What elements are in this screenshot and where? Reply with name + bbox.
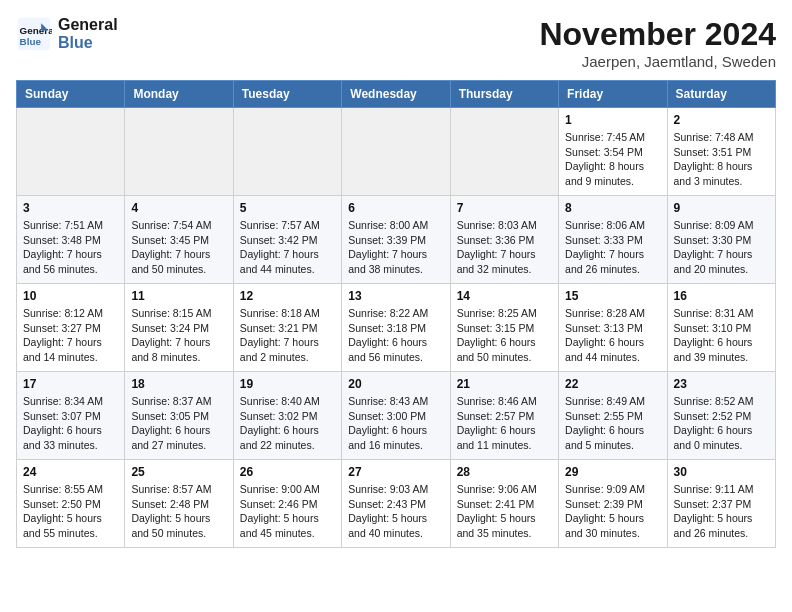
week-row-5: 24Sunrise: 8:55 AMSunset: 2:50 PMDayligh… [17, 460, 776, 548]
day-number: 26 [240, 465, 335, 479]
svg-text:General: General [20, 25, 52, 36]
day-number: 18 [131, 377, 226, 391]
calendar-cell: 22Sunrise: 8:49 AMSunset: 2:55 PMDayligh… [559, 372, 667, 460]
day-number: 13 [348, 289, 443, 303]
day-info: Sunrise: 9:09 AMSunset: 2:39 PMDaylight:… [565, 482, 660, 541]
day-number: 19 [240, 377, 335, 391]
calendar-cell: 19Sunrise: 8:40 AMSunset: 3:02 PMDayligh… [233, 372, 341, 460]
calendar-cell: 4Sunrise: 7:54 AMSunset: 3:45 PMDaylight… [125, 196, 233, 284]
day-number: 7 [457, 201, 552, 215]
calendar-cell: 24Sunrise: 8:55 AMSunset: 2:50 PMDayligh… [17, 460, 125, 548]
day-number: 6 [348, 201, 443, 215]
day-info: Sunrise: 9:06 AMSunset: 2:41 PMDaylight:… [457, 482, 552, 541]
calendar-cell [17, 108, 125, 196]
day-info: Sunrise: 8:22 AMSunset: 3:18 PMDaylight:… [348, 306, 443, 365]
calendar-cell [450, 108, 558, 196]
day-number: 25 [131, 465, 226, 479]
day-number: 1 [565, 113, 660, 127]
weekday-header-tuesday: Tuesday [233, 81, 341, 108]
calendar-cell: 15Sunrise: 8:28 AMSunset: 3:13 PMDayligh… [559, 284, 667, 372]
calendar-cell: 14Sunrise: 8:25 AMSunset: 3:15 PMDayligh… [450, 284, 558, 372]
day-info: Sunrise: 8:46 AMSunset: 2:57 PMDaylight:… [457, 394, 552, 453]
day-number: 21 [457, 377, 552, 391]
calendar: SundayMondayTuesdayWednesdayThursdayFrid… [16, 80, 776, 548]
day-info: Sunrise: 7:54 AMSunset: 3:45 PMDaylight:… [131, 218, 226, 277]
day-info: Sunrise: 8:37 AMSunset: 3:05 PMDaylight:… [131, 394, 226, 453]
day-info: Sunrise: 9:11 AMSunset: 2:37 PMDaylight:… [674, 482, 769, 541]
calendar-header: SundayMondayTuesdayWednesdayThursdayFrid… [17, 81, 776, 108]
day-number: 15 [565, 289, 660, 303]
day-number: 22 [565, 377, 660, 391]
calendar-cell: 9Sunrise: 8:09 AMSunset: 3:30 PMDaylight… [667, 196, 775, 284]
day-info: Sunrise: 8:15 AMSunset: 3:24 PMDaylight:… [131, 306, 226, 365]
calendar-cell: 29Sunrise: 9:09 AMSunset: 2:39 PMDayligh… [559, 460, 667, 548]
week-row-1: 1Sunrise: 7:45 AMSunset: 3:54 PMDaylight… [17, 108, 776, 196]
calendar-cell: 1Sunrise: 7:45 AMSunset: 3:54 PMDaylight… [559, 108, 667, 196]
calendar-cell: 18Sunrise: 8:37 AMSunset: 3:05 PMDayligh… [125, 372, 233, 460]
calendar-cell: 17Sunrise: 8:34 AMSunset: 3:07 PMDayligh… [17, 372, 125, 460]
day-number: 3 [23, 201, 118, 215]
day-number: 24 [23, 465, 118, 479]
month-title: November 2024 [539, 16, 776, 53]
day-info: Sunrise: 8:06 AMSunset: 3:33 PMDaylight:… [565, 218, 660, 277]
calendar-cell [233, 108, 341, 196]
logo-icon: General Blue [16, 16, 52, 52]
calendar-cell: 28Sunrise: 9:06 AMSunset: 2:41 PMDayligh… [450, 460, 558, 548]
day-number: 12 [240, 289, 335, 303]
day-info: Sunrise: 8:28 AMSunset: 3:13 PMDaylight:… [565, 306, 660, 365]
day-info: Sunrise: 9:03 AMSunset: 2:43 PMDaylight:… [348, 482, 443, 541]
calendar-cell [125, 108, 233, 196]
weekday-header-sunday: Sunday [17, 81, 125, 108]
calendar-cell: 25Sunrise: 8:57 AMSunset: 2:48 PMDayligh… [125, 460, 233, 548]
calendar-cell: 3Sunrise: 7:51 AMSunset: 3:48 PMDaylight… [17, 196, 125, 284]
day-info: Sunrise: 8:55 AMSunset: 2:50 PMDaylight:… [23, 482, 118, 541]
calendar-cell: 20Sunrise: 8:43 AMSunset: 3:00 PMDayligh… [342, 372, 450, 460]
day-number: 9 [674, 201, 769, 215]
day-number: 2 [674, 113, 769, 127]
day-info: Sunrise: 8:03 AMSunset: 3:36 PMDaylight:… [457, 218, 552, 277]
day-info: Sunrise: 8:25 AMSunset: 3:15 PMDaylight:… [457, 306, 552, 365]
weekday-header-wednesday: Wednesday [342, 81, 450, 108]
calendar-cell: 23Sunrise: 8:52 AMSunset: 2:52 PMDayligh… [667, 372, 775, 460]
calendar-cell: 2Sunrise: 7:48 AMSunset: 3:51 PMDaylight… [667, 108, 775, 196]
day-info: Sunrise: 8:43 AMSunset: 3:00 PMDaylight:… [348, 394, 443, 453]
day-number: 11 [131, 289, 226, 303]
day-number: 29 [565, 465, 660, 479]
day-info: Sunrise: 7:51 AMSunset: 3:48 PMDaylight:… [23, 218, 118, 277]
day-number: 5 [240, 201, 335, 215]
day-info: Sunrise: 8:09 AMSunset: 3:30 PMDaylight:… [674, 218, 769, 277]
weekday-header-saturday: Saturday [667, 81, 775, 108]
day-info: Sunrise: 9:00 AMSunset: 2:46 PMDaylight:… [240, 482, 335, 541]
calendar-cell: 6Sunrise: 8:00 AMSunset: 3:39 PMDaylight… [342, 196, 450, 284]
calendar-cell: 21Sunrise: 8:46 AMSunset: 2:57 PMDayligh… [450, 372, 558, 460]
day-info: Sunrise: 8:52 AMSunset: 2:52 PMDaylight:… [674, 394, 769, 453]
week-row-3: 10Sunrise: 8:12 AMSunset: 3:27 PMDayligh… [17, 284, 776, 372]
day-number: 8 [565, 201, 660, 215]
day-number: 28 [457, 465, 552, 479]
day-number: 16 [674, 289, 769, 303]
calendar-cell: 27Sunrise: 9:03 AMSunset: 2:43 PMDayligh… [342, 460, 450, 548]
day-number: 20 [348, 377, 443, 391]
location: Jaerpen, Jaemtland, Sweden [539, 53, 776, 70]
day-info: Sunrise: 7:45 AMSunset: 3:54 PMDaylight:… [565, 130, 660, 189]
day-number: 17 [23, 377, 118, 391]
calendar-cell: 16Sunrise: 8:31 AMSunset: 3:10 PMDayligh… [667, 284, 775, 372]
calendar-cell: 13Sunrise: 8:22 AMSunset: 3:18 PMDayligh… [342, 284, 450, 372]
logo-line2: Blue [58, 34, 118, 52]
day-info: Sunrise: 8:18 AMSunset: 3:21 PMDaylight:… [240, 306, 335, 365]
day-info: Sunrise: 8:40 AMSunset: 3:02 PMDaylight:… [240, 394, 335, 453]
weekday-header-friday: Friday [559, 81, 667, 108]
logo: General Blue General Blue [16, 16, 118, 52]
calendar-cell: 8Sunrise: 8:06 AMSunset: 3:33 PMDaylight… [559, 196, 667, 284]
day-number: 23 [674, 377, 769, 391]
day-info: Sunrise: 7:57 AMSunset: 3:42 PMDaylight:… [240, 218, 335, 277]
calendar-cell: 10Sunrise: 8:12 AMSunset: 3:27 PMDayligh… [17, 284, 125, 372]
week-row-2: 3Sunrise: 7:51 AMSunset: 3:48 PMDaylight… [17, 196, 776, 284]
day-info: Sunrise: 7:48 AMSunset: 3:51 PMDaylight:… [674, 130, 769, 189]
page-header: General Blue General Blue November 2024 … [16, 16, 776, 70]
day-info: Sunrise: 8:12 AMSunset: 3:27 PMDaylight:… [23, 306, 118, 365]
week-row-4: 17Sunrise: 8:34 AMSunset: 3:07 PMDayligh… [17, 372, 776, 460]
calendar-cell: 26Sunrise: 9:00 AMSunset: 2:46 PMDayligh… [233, 460, 341, 548]
day-info: Sunrise: 8:49 AMSunset: 2:55 PMDaylight:… [565, 394, 660, 453]
day-info: Sunrise: 8:00 AMSunset: 3:39 PMDaylight:… [348, 218, 443, 277]
